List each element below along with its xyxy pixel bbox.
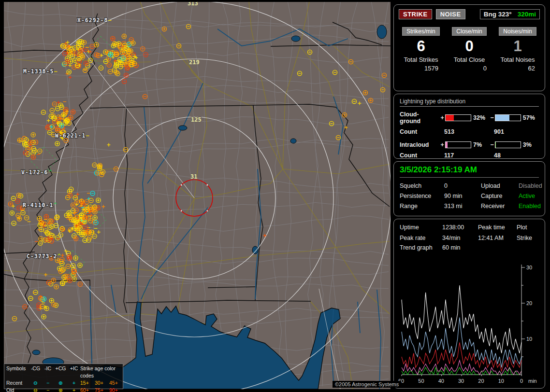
total-close-value: 0 bbox=[483, 65, 493, 72]
upload-status: Disabled bbox=[519, 182, 542, 189]
trend-x-tick: 10 bbox=[498, 378, 504, 384]
range-ring-label: 313 bbox=[188, 0, 198, 7]
legend-col-pos-ic: +IC bbox=[68, 365, 80, 379]
squelch-value: 0 bbox=[444, 182, 481, 189]
trend-y-tick: 20 bbox=[526, 300, 532, 306]
legend-symbol-glyph: + bbox=[68, 387, 80, 392]
cloud-ground-label: Cloud-ground bbox=[400, 111, 439, 125]
storm-cell-label: M-1338-5 bbox=[23, 68, 54, 75]
upload-label: Upload bbox=[481, 182, 519, 189]
legend-col-neg-ic: -IC bbox=[42, 365, 54, 379]
storm-trend-indicator: ^ bbox=[49, 169, 52, 176]
range-ring-label: 31 bbox=[190, 173, 197, 180]
trend-x-tick: 0 bbox=[520, 378, 523, 384]
storm-trend-indicator: ^ bbox=[54, 202, 57, 209]
ic-positive-pct: 7% bbox=[473, 141, 489, 148]
plus-sign: + bbox=[439, 114, 445, 121]
trend-x-tick: 50 bbox=[418, 378, 424, 384]
legend-age-code: 60+ bbox=[80, 387, 95, 392]
trend-y-tick: 30 bbox=[526, 265, 532, 270]
distribution-title: Lightning type distribution bbox=[400, 98, 539, 107]
plus-sign: + bbox=[439, 141, 445, 148]
capture-label: Capture bbox=[481, 193, 519, 199]
legend-age-code: 90+ bbox=[109, 387, 124, 392]
datetime-display: 3/5/2026 2:15:19 AM bbox=[400, 165, 539, 178]
minus-sign: − bbox=[489, 141, 495, 148]
storm-trend-indicator: − bbox=[86, 132, 89, 139]
cg-negative-bar bbox=[495, 114, 521, 121]
total-noises-value: 62 bbox=[528, 65, 542, 72]
total-noises-label: Total Noises bbox=[501, 56, 535, 63]
storm-trend-indicator: − bbox=[108, 17, 112, 24]
legend-symbol-glyph: − bbox=[42, 379, 54, 387]
legend-age-code: 15+ bbox=[80, 379, 95, 387]
trend-x-tick: 40 bbox=[438, 378, 444, 384]
uptime-label: Uptime bbox=[400, 224, 442, 231]
cg-positive-pct: 32% bbox=[473, 114, 489, 121]
intracloud-label: Intracloud bbox=[400, 141, 439, 148]
legend-old-row: Old⊖−⊕+60+75+90+ bbox=[6, 387, 121, 392]
bearing-readout: Bng 323° 320mi bbox=[480, 9, 540, 19]
ic-negative-pct: 3% bbox=[523, 141, 539, 148]
trend-panel: Uptime 1238:00 Peak time Plot Peak rate … bbox=[393, 219, 545, 389]
persistence-label: Persistence bbox=[400, 193, 444, 199]
total-strikes-value: 1579 bbox=[424, 65, 445, 72]
storm-trend-indicator: − bbox=[54, 68, 58, 75]
peak-rate-label: Peak rate bbox=[400, 235, 442, 241]
legend-old-label: Old bbox=[6, 387, 29, 392]
squelch-label: Squelch bbox=[400, 182, 444, 189]
trend-graph-label: Trend graph bbox=[400, 244, 442, 251]
strikes-per-min-value: 6 bbox=[417, 38, 425, 55]
bearing-range: 320mi bbox=[518, 11, 536, 18]
cg-negative-pct: 57% bbox=[523, 114, 539, 121]
plot-value: Strike bbox=[517, 235, 539, 241]
distribution-panel: Lightning type distribution Cloud-ground… bbox=[393, 94, 545, 159]
close-per-min-chip[interactable]: Close/min bbox=[452, 27, 486, 36]
close-per-min-value: 0 bbox=[465, 38, 473, 55]
legend-symbol-glyph: ⊕ bbox=[54, 379, 68, 387]
legend-col-pos-cg: +CG bbox=[54, 365, 68, 379]
trend-graph: 1020306050403020100min bbox=[397, 261, 543, 385]
legend-recent-label: Recent bbox=[6, 379, 29, 387]
range-ring-label: 125 bbox=[191, 116, 202, 123]
legend-symbols-header: Symbols bbox=[6, 365, 29, 379]
ic-positive-bar bbox=[445, 141, 471, 148]
storm-cell-label: R-4110-1 bbox=[23, 202, 53, 209]
receiver-label: Receiver bbox=[481, 203, 519, 210]
noises-per-min-chip[interactable]: Noises/min bbox=[499, 27, 536, 36]
noises-per-min-value: 1 bbox=[513, 38, 521, 55]
legend-symbol-glyph: ⊕ bbox=[54, 387, 68, 392]
legend-symbol-glyph: ⊖ bbox=[29, 379, 42, 387]
ic-count-label: Count bbox=[400, 152, 444, 159]
legend-symbol-glyph: − bbox=[42, 387, 54, 392]
legend-recent-row: Recent⊖−⊕+15+30+45+ bbox=[6, 379, 121, 387]
trend-y-tick: 10 bbox=[526, 336, 532, 342]
storm-cell-label: X-6292-8 bbox=[77, 17, 108, 24]
cg-negative-count: 901 bbox=[494, 128, 504, 135]
total-strikes-label: Total Strikes bbox=[404, 56, 438, 63]
storm-cell-label: C-3773-2 bbox=[27, 253, 57, 260]
trend-series--CG bbox=[402, 318, 521, 368]
trend-x-tick: 20 bbox=[478, 378, 484, 384]
cg-positive-bar bbox=[445, 114, 471, 121]
trend-x-tick: 30 bbox=[458, 378, 464, 384]
peak-rate-value: 34/min bbox=[442, 235, 478, 241]
peak-time-value: 12:41 AM bbox=[478, 235, 517, 241]
ic-negative-bar bbox=[495, 141, 521, 148]
ic-negative-count: 48 bbox=[494, 152, 501, 159]
strikes-per-min-chip[interactable]: Strikes/min bbox=[402, 27, 439, 36]
range-value: 313 mi bbox=[444, 203, 481, 210]
persistence-value: 90 min bbox=[444, 193, 481, 199]
trend-window-value: 60 min bbox=[442, 244, 478, 251]
uptime-value: 1238:00 bbox=[442, 224, 478, 231]
range-ring-label: 219 bbox=[189, 59, 200, 66]
cg-positive-count: 513 bbox=[444, 128, 494, 135]
legend-symbol-glyph: ⊖ bbox=[29, 387, 42, 392]
legend-age-code: 75+ bbox=[95, 387, 109, 392]
strike-button[interactable]: STRIKE bbox=[399, 9, 432, 19]
map-legend: Symbols -CG -IC +CG +IC Strike age color… bbox=[4, 364, 123, 389]
noise-button[interactable]: NOISE bbox=[436, 9, 465, 19]
trend-x-unit: min bbox=[528, 378, 537, 384]
copyright-text: ©2005 Astrogenic Systems bbox=[333, 381, 401, 388]
legend-col-neg-cg: -CG bbox=[29, 365, 42, 379]
